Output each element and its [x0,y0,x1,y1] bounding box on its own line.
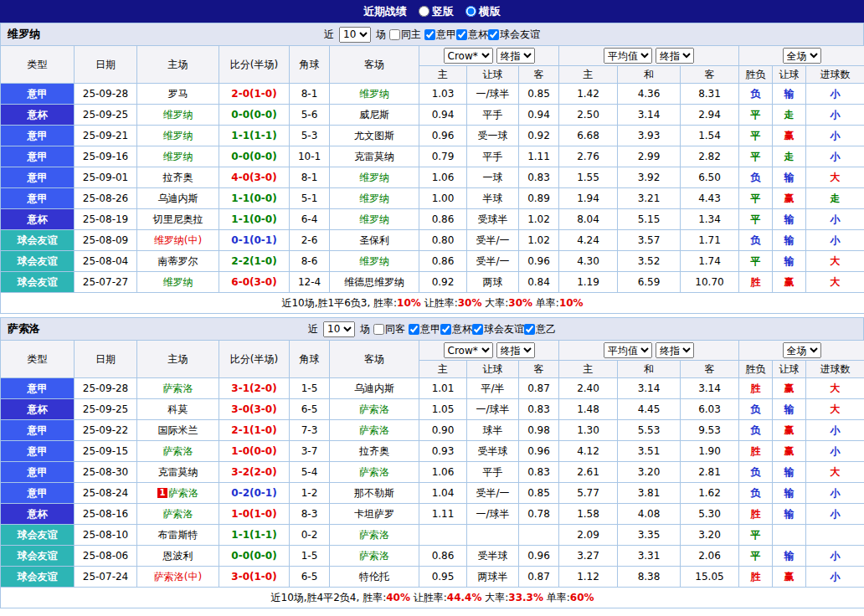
asian-odds-home: 0.86 [419,251,467,272]
league-checkbox[interactable] [488,29,499,40]
col-avg-home: 主 [559,361,618,378]
same-venue-checkbox[interactable] [389,29,400,40]
league-filter[interactable]: 球会友谊 [472,322,524,336]
avg-time-select[interactable]: 终指 [656,342,694,358]
result-handicap [773,525,806,546]
col-result-handicap: 让球 [773,66,806,84]
league-checkbox[interactable] [472,324,483,335]
page-title: 近期战绩 [363,4,407,19]
result-goals: 大 [806,167,864,188]
same-venue-filter[interactable]: 同客 [373,322,405,336]
league-checkbox[interactable] [409,324,419,335]
odds-source-select[interactable]: Crow* [444,342,493,358]
avg-odds-draw: 3.51 [618,441,681,462]
league-checkbox[interactable] [424,29,435,40]
asian-odds-away: 0.87 [519,378,559,399]
result-handicap: 输 [773,462,806,483]
layout-radio-vertical[interactable]: 竖版 [419,4,454,19]
league-checkbox[interactable] [440,324,451,335]
period-select[interactable]: 全场 [783,342,821,358]
games-count-select[interactable]: 10 [339,27,371,43]
asian-odds-away: 0.89 [519,188,559,209]
result-winloss: 平 [739,105,773,126]
result-handicap: 输 [773,546,806,567]
league-type-badge: 球会友谊 [1,272,75,293]
league-type-badge: 意杯 [1,399,75,420]
asian-odds-away: 0.84 [519,272,559,293]
col-date: 日期 [75,341,137,378]
league-label: 球会友谊 [484,322,524,336]
result-winloss: 平 [739,209,773,230]
summary-record: 近10场,胜1平6负3, [281,297,370,309]
avg-source-select[interactable]: 平均值 [604,48,652,64]
league-filter[interactable]: 意乙 [524,322,556,336]
corner-score: 1-5 [290,378,330,399]
vertical-radio[interactable] [419,6,429,17]
games-label: 场 [360,322,370,336]
corner-score: 12-4 [290,272,330,293]
league-type-badge: 意甲 [1,146,75,167]
match-rows: 意甲25-09-28罗马2-0(1-0)8-1维罗纳1.03一/球半0.851.… [1,84,864,293]
avg-time-select[interactable]: 终指 [656,48,694,64]
layout-radio-horizontal[interactable]: 横版 [465,4,501,19]
result-handicap: 输 [773,504,806,525]
league-filter[interactable]: 球会友谊 [488,28,540,42]
match-score: 3-2(2-0) [219,462,290,483]
asian-odds-home: 0.93 [419,441,467,462]
match-date: 25-08-04 [75,251,137,272]
league-filter[interactable]: 意甲 [424,28,456,42]
match-score: 0-0(0-0) [219,105,290,126]
home-team: 科莫 [137,399,219,420]
corner-score: 6-5 [290,567,330,588]
league-type-badge: 意杯 [1,209,75,230]
col-odds-line: 让球 [467,66,519,84]
col-avg-away: 客 [681,66,739,84]
col-home: 主场 [137,341,219,378]
league-type-badge: 球会友谊 [1,567,75,588]
result-goals: 小 [806,126,864,146]
result-winloss: 平 [739,251,773,272]
same-venue-filter[interactable]: 同主 [389,28,421,42]
odds-source-select[interactable]: Crow* [444,48,493,64]
col-avg-draw: 和 [618,66,681,84]
match-score: 1-0(0-0) [219,441,290,462]
avg-odds-home: 1.12 [559,567,618,588]
away-team: 维德思维罗纳 [330,272,419,293]
match-date: 25-07-27 [75,272,137,293]
avg-odds-home: 2.61 [559,462,618,483]
avg-odds-home: 1.19 [559,272,618,293]
result-winloss: 负 [739,483,773,504]
asian-odds-home: 0.95 [419,567,467,588]
league-filter[interactable]: 意甲 [409,322,440,336]
avg-select-group: 平均值终指 [559,46,739,66]
games-count-select[interactable]: 10 [323,321,355,337]
avg-odds-draw: 3.14 [618,105,681,126]
league-type-badge: 意甲 [1,126,75,146]
league-filter[interactable]: 意杯 [440,322,472,336]
odds-time-select[interactable]: 终指 [496,342,535,358]
league-type-badge: 意杯 [1,504,75,525]
match-date: 25-09-22 [75,420,137,441]
avg-source-select[interactable]: 平均值 [604,342,652,358]
result-goals: 大 [806,251,864,272]
team-section-0: 维罗纳 近 10 场 同主 意甲意杯球会友谊 类型 [0,23,864,314]
avg-odds-draw: 8.38 [618,567,681,588]
match-row: 意杯25-08-16萨索洛1-0(1-0)8-3卡坦萨罗1.11一/球半0.78… [1,504,864,525]
summary-stat-value: 40% [386,592,410,603]
avg-odds-home: 5.77 [559,483,618,504]
col-odds-away: 客 [519,66,559,84]
away-team: 威尼斯 [330,105,419,126]
result-goals [806,525,864,546]
odds-time-select[interactable]: 终指 [496,48,535,64]
match-row: 球会友谊25-08-10布雷斯特1-1(1-1)0-2萨索洛2.093.353.… [1,525,864,546]
league-checkbox[interactable] [524,324,535,335]
league-filter[interactable]: 意杯 [456,28,488,42]
league-checkbox[interactable] [456,29,467,40]
period-select[interactable]: 全场 [783,48,821,64]
horizontal-radio[interactable] [465,6,476,17]
home-team: 南蒂罗尔 [137,251,219,272]
avg-odds-home: 1.94 [559,188,618,209]
match-score: 2-0(1-0) [219,84,290,105]
asian-handicap-line: 平/半 [467,378,519,399]
same-venue-checkbox[interactable] [373,324,384,335]
